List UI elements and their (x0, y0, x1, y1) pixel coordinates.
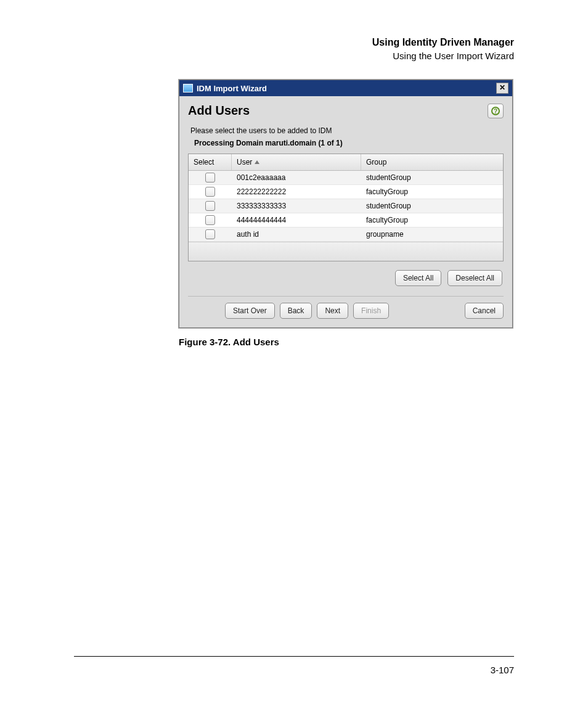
footer-rule (74, 656, 514, 657)
page-header: Using Identity Driven Manager Using the … (74, 37, 514, 61)
page-number: 3-107 (491, 665, 514, 675)
col-group[interactable]: Group (361, 154, 503, 170)
table-footer (189, 242, 503, 261)
users-table: Select User Group 001c2eaaaaaa studentGr… (188, 154, 504, 261)
table-row: auth id groupname (189, 228, 503, 242)
sort-asc-icon (255, 160, 259, 164)
table-row: 444444444444 facultyGroup (189, 213, 503, 228)
close-icon: ✕ (499, 83, 505, 92)
cell-group: groupname (361, 228, 503, 240)
cell-user: auth id (232, 228, 361, 240)
start-over-button[interactable]: Start Over (225, 303, 275, 319)
import-wizard-dialog: IDM Import Wizard ✕ Add Users ? Pl (179, 80, 513, 328)
row-checkbox[interactable] (205, 187, 215, 197)
instruction-text: Please select the users to be added to I… (190, 126, 504, 135)
chapter-title: Using Identity Driven Manager (74, 37, 514, 48)
help-icon: ? (491, 107, 500, 115)
table-row: 333333333333 studentGroup (189, 199, 503, 213)
table-header: Select User Group (189, 154, 503, 171)
col-user-label: User (237, 158, 252, 166)
row-checkbox[interactable] (205, 173, 215, 183)
cell-group: facultyGroup (361, 214, 503, 226)
section-title: Using the User Import Wizard (74, 51, 514, 61)
cell-group: facultyGroup (361, 186, 503, 198)
svg-text:?: ? (494, 108, 497, 115)
domain-status: Processing Domain maruti.domain (1 of 1) (194, 139, 504, 147)
select-all-button[interactable]: Select All (395, 270, 441, 286)
cell-user: 001c2eaaaaaa (232, 171, 361, 184)
cell-user: 222222222222 (232, 186, 361, 198)
col-select[interactable]: Select (189, 154, 232, 170)
finish-button: Finish (353, 303, 389, 319)
cell-group: studentGroup (361, 171, 503, 184)
col-user[interactable]: User (232, 154, 361, 170)
cancel-button[interactable]: Cancel (465, 303, 504, 319)
table-row: 222222222222 facultyGroup (189, 185, 503, 199)
titlebar: IDM Import Wizard ✕ (179, 80, 512, 96)
cell-user: 444444444444 (232, 214, 361, 226)
figure-caption: Figure 3-72. Add Users (179, 337, 514, 347)
cell-user: 333333333333 (232, 200, 361, 212)
cell-group: studentGroup (361, 200, 503, 212)
app-icon (183, 84, 193, 92)
window-title: IDM Import Wizard (197, 84, 267, 93)
row-checkbox[interactable] (205, 229, 215, 239)
row-checkbox[interactable] (205, 215, 215, 225)
table-row: 001c2eaaaaaa studentGroup (189, 171, 503, 185)
help-button[interactable]: ? (488, 104, 504, 118)
deselect-all-button[interactable]: Deselect All (447, 270, 502, 286)
row-checkbox[interactable] (205, 201, 215, 211)
back-button[interactable]: Back (280, 303, 312, 319)
page-title: Add Users (188, 104, 250, 118)
next-button[interactable]: Next (317, 303, 348, 319)
close-button[interactable]: ✕ (496, 83, 508, 94)
